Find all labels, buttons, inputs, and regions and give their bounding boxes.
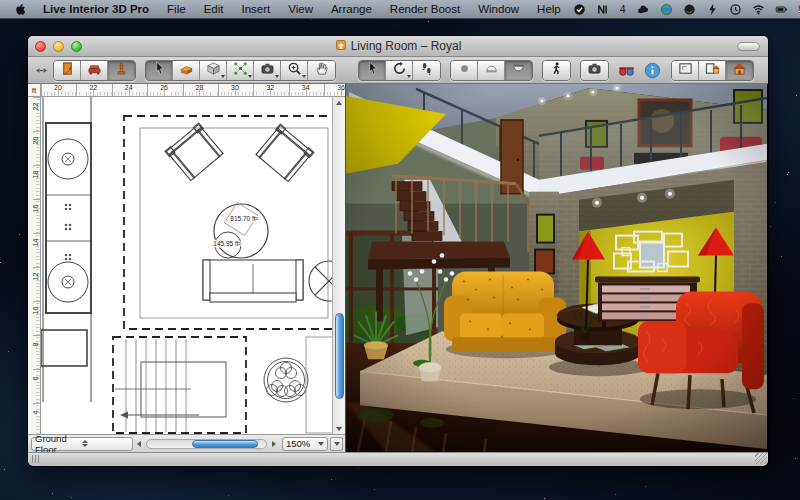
toolbar-group bbox=[580, 60, 609, 81]
select-3d-tool-button[interactable] bbox=[359, 61, 386, 80]
close-button[interactable] bbox=[35, 41, 46, 52]
plan-vscroll-thumb[interactable] bbox=[335, 313, 344, 399]
orbit-tool-button[interactable] bbox=[386, 61, 413, 80]
lighting-icon bbox=[114, 61, 129, 80]
area-label-1: 815.70 ft² bbox=[230, 215, 258, 222]
splitter-grip-icon[interactable] bbox=[32, 455, 40, 463]
look-down-view-button[interactable] bbox=[505, 61, 532, 80]
v-ruler-label: 22 bbox=[32, 101, 39, 113]
view-mode-split-button[interactable] bbox=[699, 61, 726, 80]
view-mode-3d-button[interactable] bbox=[726, 61, 753, 80]
wall-tool-button[interactable] bbox=[173, 61, 200, 80]
walk-mode-button[interactable] bbox=[543, 61, 570, 80]
chevron-down-icon bbox=[318, 442, 324, 446]
collapse-arrows-icon[interactable] bbox=[35, 64, 48, 77]
select-arrow-icon bbox=[365, 61, 380, 80]
menu-item-render-boost[interactable]: Render Boost bbox=[381, 3, 469, 15]
move-scale-icon bbox=[233, 61, 248, 80]
apple-menu-icon[interactable] bbox=[6, 2, 34, 16]
scroll-up-arrow[interactable] bbox=[333, 97, 345, 108]
floor-tool-button[interactable] bbox=[200, 61, 227, 80]
menu-item-live-interior-3d-pro[interactable]: Live Interior 3D Pro bbox=[34, 3, 158, 15]
wifi-icon[interactable] bbox=[752, 3, 765, 16]
snapshot-icon bbox=[587, 61, 602, 80]
select-tool-button[interactable] bbox=[146, 61, 173, 80]
hscroll-right-arrow[interactable] bbox=[268, 441, 280, 447]
pan-hand-icon bbox=[314, 61, 329, 80]
h-ruler-label: 28 bbox=[196, 84, 204, 91]
take-snapshot-button[interactable] bbox=[581, 61, 608, 80]
cloud-icon[interactable] bbox=[637, 3, 650, 16]
hscroll-left-arrow[interactable] bbox=[133, 441, 145, 447]
plan-vertical-scrollbar[interactable] bbox=[332, 97, 345, 434]
h-ruler-label: 36 bbox=[337, 84, 345, 91]
camera-center-view-button[interactable] bbox=[451, 61, 478, 80]
battery-icon[interactable] bbox=[775, 3, 788, 16]
toolbar-group bbox=[358, 60, 441, 81]
h-ruler-label: 34 bbox=[302, 84, 310, 91]
render-3d-view[interactable] bbox=[346, 84, 768, 452]
plan-status-bar: Ground Floor 150% bbox=[28, 434, 345, 452]
ruler-toggle-button[interactable] bbox=[330, 437, 343, 451]
menu-item-edit[interactable]: Edit bbox=[195, 3, 233, 15]
doors-windows-tool-button[interactable] bbox=[54, 61, 81, 80]
walkthrough-path-tool-button[interactable] bbox=[413, 61, 440, 80]
furniture-icon bbox=[87, 61, 102, 80]
chevron-down-icon bbox=[407, 75, 411, 78]
lightning-icon[interactable] bbox=[706, 3, 719, 16]
parallels-badge-icon[interactable] bbox=[596, 3, 609, 16]
zoom-tool-button[interactable] bbox=[281, 61, 308, 80]
sync-check-icon[interactable] bbox=[573, 3, 586, 16]
plan-toolbar bbox=[53, 60, 358, 81]
minimize-button[interactable] bbox=[53, 41, 64, 52]
menu-item-arrange[interactable]: Arrange bbox=[322, 3, 381, 15]
floor-stepper[interactable] bbox=[82, 440, 129, 447]
h-ruler-label: 32 bbox=[266, 84, 274, 91]
plan-pane: ft 202224262830323436 222018161412108642 bbox=[28, 84, 346, 452]
scroll-down-arrow[interactable] bbox=[333, 423, 345, 434]
menu-status-area: 4U.S.Mon 5:11 PMBeLight Software bbox=[570, 3, 800, 16]
parallels-badge-icon-label[interactable]: 4 bbox=[620, 3, 626, 15]
document-icon bbox=[335, 39, 347, 54]
time-machine-icon[interactable] bbox=[729, 3, 742, 16]
snapshot-icon bbox=[260, 61, 275, 80]
furniture-tool-button[interactable] bbox=[81, 61, 108, 80]
window-bottom-bar bbox=[28, 452, 768, 465]
toolbar-group bbox=[53, 60, 136, 81]
zoom-button[interactable] bbox=[71, 41, 82, 52]
toolbar-toggle-pill[interactable] bbox=[737, 42, 760, 51]
chevron-down-icon bbox=[248, 75, 252, 78]
pan-tool-button[interactable] bbox=[308, 61, 335, 80]
camera-tool-button[interactable] bbox=[254, 61, 281, 80]
floor-plan-canvas[interactable]: 815.70 ft² 145.95 ft² bbox=[41, 97, 332, 434]
look-up-view-button[interactable] bbox=[478, 61, 505, 80]
globe-icon[interactable] bbox=[660, 3, 673, 16]
disc-icon[interactable] bbox=[683, 3, 696, 16]
v-ruler-label: 18 bbox=[32, 169, 39, 181]
view3d-toolbar bbox=[358, 60, 618, 81]
zoom-level-select[interactable]: 150% bbox=[282, 437, 328, 451]
view-3d-icon bbox=[732, 61, 747, 80]
floor-box-icon bbox=[206, 61, 221, 80]
toolbar-group bbox=[542, 60, 571, 81]
menu-item-view[interactable]: View bbox=[279, 3, 322, 15]
resize-handle[interactable] bbox=[755, 453, 767, 464]
v-ruler-label: 6 bbox=[32, 373, 39, 385]
inspector-info-button[interactable] bbox=[644, 62, 661, 79]
menu-item-window[interactable]: Window bbox=[469, 3, 528, 15]
menu-item-file[interactable]: File bbox=[158, 3, 195, 15]
menu-item-insert[interactable]: Insert bbox=[232, 3, 279, 15]
floor-selector[interactable]: Ground Floor bbox=[31, 437, 133, 451]
view-mode-2d-button[interactable] bbox=[672, 61, 699, 80]
move-scale-tool-button[interactable] bbox=[227, 61, 254, 80]
toolbar-group bbox=[145, 60, 336, 81]
stereo-3d-glasses-button[interactable] bbox=[618, 62, 635, 79]
h-ruler-label: 30 bbox=[231, 84, 239, 91]
plan-hscroll-thumb[interactable] bbox=[192, 440, 258, 448]
h-ruler-label: 22 bbox=[89, 84, 97, 91]
menu-item-help[interactable]: Help bbox=[528, 3, 570, 15]
title-bar[interactable]: Living Room – Royal bbox=[28, 36, 768, 57]
lighting-tool-button[interactable] bbox=[108, 61, 135, 80]
view-split-icon bbox=[705, 61, 720, 80]
plan-horizontal-scrollbar[interactable] bbox=[146, 439, 267, 449]
